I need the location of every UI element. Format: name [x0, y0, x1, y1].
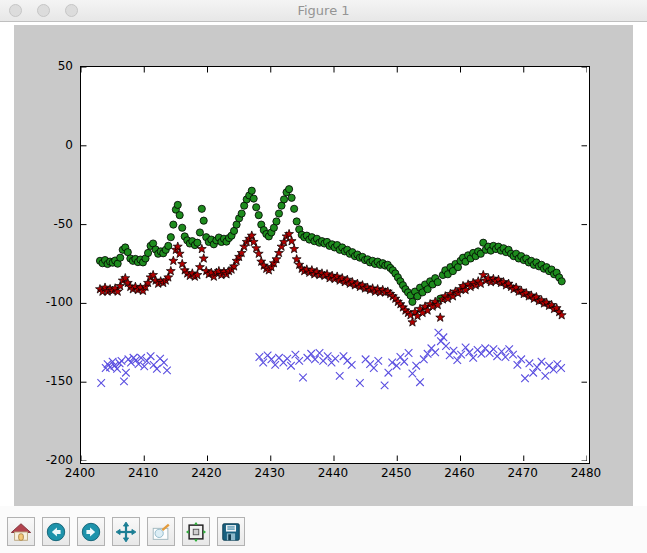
data-point	[529, 369, 537, 377]
data-point	[97, 379, 105, 387]
zoom-rect-icon	[150, 521, 172, 543]
y-tick-label: -50	[25, 217, 73, 231]
data-point	[420, 356, 428, 364]
data-point	[509, 351, 517, 359]
data-point	[167, 234, 174, 241]
data-point	[200, 217, 207, 224]
data-point	[268, 356, 276, 364]
data-point	[558, 278, 565, 285]
data-point	[170, 221, 177, 228]
data-point	[526, 360, 534, 368]
data-point	[490, 345, 498, 353]
data-point	[287, 362, 295, 370]
data-point	[381, 382, 389, 390]
subplots-icon	[185, 521, 207, 543]
pan-icon	[115, 521, 137, 543]
data-point	[179, 224, 186, 231]
data-point	[405, 349, 413, 357]
data-point	[176, 212, 183, 219]
data-point	[457, 351, 465, 359]
data-point	[299, 374, 307, 382]
data-point	[273, 218, 280, 225]
data-point	[285, 186, 292, 193]
x-tick-label: 2440	[305, 466, 361, 480]
home-icon	[10, 521, 32, 543]
data-point	[505, 345, 513, 353]
forward-icon	[80, 521, 102, 543]
series-green-circles	[96, 186, 565, 306]
data-point	[250, 195, 257, 202]
pan-button[interactable]	[112, 517, 140, 546]
data-point	[256, 353, 264, 361]
data-point	[198, 205, 205, 212]
data-point	[356, 379, 364, 387]
data-point	[259, 359, 267, 367]
y-tick-label: -200	[25, 453, 73, 467]
data-point	[316, 349, 324, 357]
data-point	[442, 342, 450, 350]
x-tick-label: 2410	[115, 466, 171, 480]
window-title: Figure 1	[0, 3, 647, 18]
data-point	[393, 362, 401, 370]
data-point	[293, 218, 300, 225]
data-point	[409, 370, 417, 378]
y-tick-label: -150	[25, 374, 73, 388]
data-point	[165, 242, 172, 249]
data-point	[288, 194, 295, 201]
data-point	[118, 357, 126, 365]
data-point	[466, 349, 474, 357]
back-button[interactable]	[42, 517, 70, 546]
data-point	[521, 375, 529, 383]
x-tick-label: 2460	[432, 466, 488, 480]
x-tick-label: 2480	[558, 466, 614, 480]
data-point	[253, 204, 260, 211]
forward-button[interactable]	[77, 517, 105, 546]
x-tick-label: 2400	[52, 466, 108, 480]
data-point	[153, 365, 161, 373]
data-point	[517, 356, 525, 364]
data-point	[255, 212, 262, 219]
data-point	[248, 187, 255, 194]
data-point	[238, 210, 245, 217]
data-point	[122, 369, 130, 377]
zoom-button-toolbar[interactable]	[147, 517, 175, 546]
data-point	[478, 350, 486, 358]
data-point	[271, 361, 279, 369]
data-point	[502, 353, 510, 361]
data-point	[469, 354, 477, 362]
data-point	[340, 352, 348, 360]
data-point	[462, 344, 470, 352]
data-point	[388, 359, 396, 367]
data-point	[424, 350, 432, 358]
y-tick-label: -100	[25, 295, 73, 309]
data-point	[291, 205, 298, 212]
data-point	[440, 334, 448, 342]
data-point	[450, 347, 458, 355]
save-button[interactable]	[217, 517, 245, 546]
data-point	[290, 244, 299, 253]
data-point	[332, 355, 340, 363]
matplotlib-toolbar	[0, 506, 647, 553]
data-point	[144, 249, 151, 256]
data-point	[280, 196, 287, 203]
data-point	[147, 352, 155, 360]
data-point	[538, 358, 546, 366]
plot-area[interactable]	[80, 66, 590, 464]
back-icon	[45, 521, 67, 543]
scatter-plot	[81, 67, 587, 461]
window-titlebar: Figure 1	[0, 0, 647, 22]
y-tick-label: 50	[25, 59, 73, 73]
data-point	[375, 357, 383, 365]
subplots-button[interactable]	[182, 517, 210, 546]
data-point	[174, 201, 181, 208]
data-point	[283, 355, 291, 363]
data-point	[163, 367, 171, 375]
data-point	[397, 353, 405, 361]
data-point	[117, 254, 124, 261]
data-point	[412, 362, 420, 370]
home-button[interactable]	[7, 517, 35, 546]
data-point	[199, 254, 208, 263]
data-point	[370, 364, 378, 372]
data-point	[348, 361, 356, 369]
data-point	[498, 348, 506, 356]
